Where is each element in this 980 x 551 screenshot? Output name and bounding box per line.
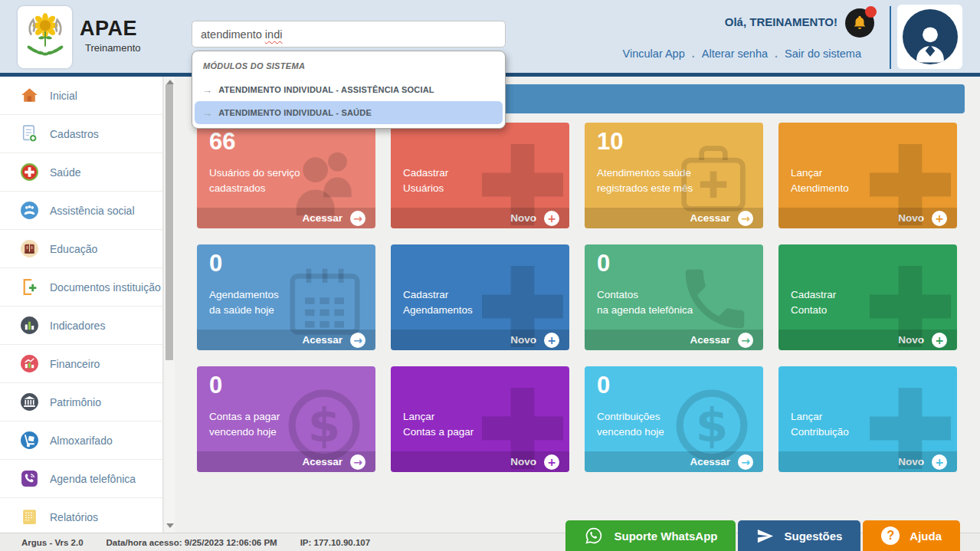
card-action-label: Acessar (690, 212, 730, 224)
card-action-button[interactable]: Acessar→ (197, 451, 375, 472)
sidebar-item-label: Cadastros (50, 128, 99, 140)
notification-bell-button[interactable] (845, 8, 874, 38)
arrow-right-icon: → (350, 454, 365, 470)
suggestions-button[interactable]: Sugestões (738, 520, 860, 551)
card-count: 66 (209, 128, 235, 156)
header-link-alterar-senha[interactable]: Alterar senha (702, 48, 768, 60)
card-count: 0 (597, 250, 610, 277)
plus-circle-icon: + (544, 454, 559, 470)
dropdown-group-title: MÓDULOS DO SISTEMA (192, 54, 505, 78)
sidebar-item-label: Financeiro (50, 358, 100, 370)
card-count: 0 (597, 372, 610, 399)
card-title: LançarContribuição (791, 409, 849, 440)
card-title: Contribuiçõesvencendo hoje (597, 409, 664, 440)
card-action-button[interactable]: Acessar→ (197, 208, 375, 228)
arrow-right-icon: → (202, 84, 212, 96)
dashboard-cards-grid: 66Usuários do serviçocadastradosAcessar→… (197, 123, 957, 472)
card-action-button[interactable]: Novo+ (391, 330, 569, 350)
card-action-button[interactable]: Novo+ (391, 451, 569, 472)
sidebar-item-relatorios[interactable]: Relatórios (0, 498, 162, 533)
button-label: Ajuda (910, 530, 942, 543)
card-action-button[interactable]: Novo+ (778, 330, 957, 350)
sidebar-menu: InicialCadastrosSaúdeAssistência socialE… (0, 77, 163, 533)
dashboard-card-lancar-contas-a-pagar: LançarContas a pagarNovo+ (391, 366, 569, 472)
card-action-label: Novo (510, 212, 536, 224)
search-suggestion-atendimento-individual-assistencia-social[interactable]: →ATENDIMENTO INDIVIDUAL - ASSISTÊNCIA SO… (195, 78, 503, 101)
card-title: Agendamentosda saúde hoje (209, 287, 279, 318)
card-action-label: Novo (510, 334, 536, 346)
header-links: Vincular App.Alterar senha.Sair do siste… (623, 48, 861, 60)
card-action-label: Acessar (302, 212, 343, 224)
dashboard-card-usuarios-do-servico-cadastrados: 66Usuários do serviçocadastradosAcessar→ (197, 123, 375, 228)
card-action-button[interactable]: Novo+ (778, 208, 957, 228)
scroll-down-arrow-icon[interactable] (166, 523, 174, 528)
header-link-sair-do-sistema[interactable]: Sair do sistema (785, 48, 861, 60)
user-greeting: Olá, TREINAMENTO! (725, 15, 837, 28)
search-suggestion-atendimento-individual-saude[interactable]: →ATENDIMENTO INDIVIDUAL - SAÚDE (195, 101, 503, 124)
dashboard-card-contatos-na-agenda-telefonica: 0Contatosna agenda telefônicaAcessar→ (585, 244, 763, 350)
search-input[interactable]: atendimento indi (192, 21, 506, 48)
sidebar-item-inicial[interactable]: Inicial (0, 77, 162, 115)
card-action-button[interactable]: Acessar→ (197, 330, 375, 350)
brand-subtitle: Treinamento (85, 42, 141, 54)
card-count: 0 (209, 372, 222, 399)
button-label: Sugestões (784, 530, 842, 543)
suggestion-label: ATENDIMENTO INDIVIDUAL - SAÚDE (218, 108, 372, 117)
card-action-label: Acessar (690, 334, 730, 346)
help-button[interactable]: ?Ajuda (863, 520, 960, 551)
plus-circle-icon: + (932, 454, 947, 470)
app-version: Argus - Vrs 2.0 (21, 538, 84, 547)
card-title: Contas a pagarvencendo hoje (209, 409, 280, 440)
plus-circle-icon: + (932, 211, 947, 226)
sidebar-item-educacao[interactable]: Educação (0, 230, 162, 268)
arrow-right-icon: → (202, 107, 212, 119)
sidebar-item-indicadores[interactable]: Indicadores (0, 307, 162, 345)
sidebar-scrollbar[interactable] (163, 77, 175, 533)
sidebar-item-financeiro[interactable]: Financeiro (0, 345, 162, 383)
sidebar-item-cadastros[interactable]: Cadastros (0, 115, 162, 153)
card-count: 0 (209, 250, 222, 277)
sidebar-item-saude[interactable]: Saúde (0, 153, 162, 192)
dashboard-card-cadastrar-contato: CadastrarContatoNovo+ (778, 244, 957, 350)
card-action-button[interactable]: Acessar→ (585, 330, 763, 350)
sidebar-item-assistencia-social[interactable]: Assistência social (0, 192, 162, 230)
ip-address: IP: 177.10.90.107 (300, 538, 370, 547)
indicators-chart-icon (20, 316, 39, 335)
sidebar-item-label: Educação (50, 243, 97, 255)
card-action-button[interactable]: Acessar→ (585, 208, 763, 228)
card-title: Usuários do serviçocadastrados (209, 166, 300, 196)
sidebar-item-label: Documentos instituição (50, 281, 161, 294)
card-action-label: Novo (898, 334, 924, 346)
whatsapp-support-button[interactable]: Suporte WhatsApp (565, 520, 736, 551)
sidebar-item-almoxarifado[interactable]: Almoxarifado (0, 421, 162, 460)
card-action-button[interactable]: Acessar→ (585, 451, 763, 472)
dashboard-card-atendimentos-saude-registrados-este-mes: 10Atendimentos saúderegistrados este mês… (585, 123, 763, 228)
scrollbar-thumb[interactable] (166, 84, 173, 360)
sidebar-item-label: Inicial (50, 90, 77, 102)
card-action-label: Novo (510, 456, 536, 467)
user-avatar[interactable] (897, 5, 962, 69)
card-action-label: Acessar (302, 456, 343, 467)
dashboard-card-agendamentos-da-saude-hoje: 0Agendamentosda saúde hojeAcessar→ (197, 244, 375, 350)
card-action-button[interactable]: Novo+ (778, 451, 957, 472)
notification-dot (865, 6, 877, 18)
plus-circle-icon: + (544, 333, 559, 348)
card-action-button[interactable]: Novo+ (391, 208, 569, 228)
paper-plane-icon (756, 527, 774, 545)
header-link-vincular-app[interactable]: Vincular App (623, 48, 685, 60)
sunflower-logo-icon (23, 11, 67, 64)
card-action-label: Acessar (302, 334, 343, 346)
sidebar-item-agenda-telefonica[interactable]: Agenda telefônica (0, 460, 162, 498)
card-title: CadastrarUsuários (403, 166, 448, 196)
apae-logo (18, 6, 72, 68)
sidebar-item-patrimonio[interactable]: Patrimônio (0, 383, 162, 421)
dashboard-card-cadastrar-agendamentos: CadastrarAgendamentosNovo+ (391, 244, 569, 350)
access-datetime: Data/hora acesso: 9/25/2023 12:06:06 PM (107, 538, 277, 547)
sidebar-item-documentos-instituicao[interactable]: Documentos instituição (0, 268, 162, 307)
card-action-label: Novo (898, 212, 924, 224)
sidebar-item-label: Patrimônio (50, 396, 101, 408)
question-icon: ? (881, 526, 900, 545)
dashboard-card-lancar-contribuicao: LançarContribuiçãoNovo+ (778, 366, 957, 472)
arrow-right-icon: → (738, 454, 753, 470)
card-title: LançarContas a pagar (403, 409, 474, 440)
